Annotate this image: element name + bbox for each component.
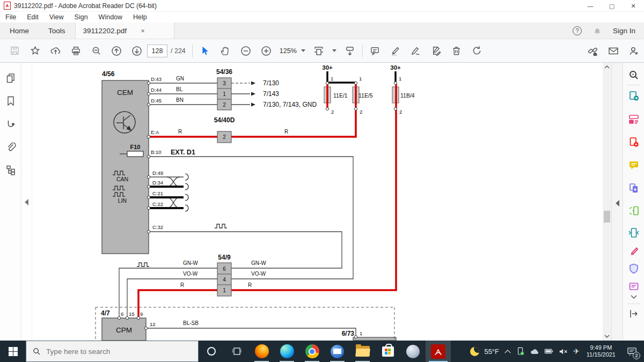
save-icon[interactable]	[4, 42, 25, 60]
search-input[interactable]	[46, 348, 180, 356]
taskbar-edge[interactable]	[274, 341, 299, 362]
pin-label: C:32	[152, 224, 163, 230]
scrolling-mode-icon[interactable]	[340, 42, 360, 60]
fit-width-icon[interactable]	[309, 42, 329, 60]
delete-icon[interactable]	[447, 42, 467, 60]
highlight-tool-icon[interactable]	[385, 42, 406, 60]
pin-label: E:A	[151, 129, 159, 135]
onedrive-cloud-icon[interactable]	[530, 348, 539, 355]
acrobat-icon	[431, 344, 445, 359]
hand-tool-icon[interactable]	[215, 42, 236, 60]
cem-module-box	[102, 80, 149, 254]
zoom-level[interactable]: 125%	[280, 47, 297, 55]
page-thumbnails-icon[interactable]	[5, 72, 17, 84]
tab-document-label: 39112202.pdf	[83, 27, 127, 35]
print-icon[interactable]	[65, 42, 86, 60]
hidden-icons-chevron[interactable]	[504, 349, 511, 354]
taskbar-search[interactable]	[26, 341, 199, 362]
maximize-button[interactable]: ▢	[601, 0, 623, 12]
taskbar-firefox[interactable]	[249, 341, 274, 362]
volume-muted-icon[interactable]	[559, 348, 568, 356]
email-icon[interactable]	[603, 42, 624, 60]
taskbar-app-sphere[interactable]	[400, 341, 426, 362]
taskbar-file-explorer[interactable]	[350, 341, 375, 362]
vertical-scrollbar[interactable]	[603, 63, 611, 341]
organize-pages-icon[interactable]	[627, 204, 641, 217]
action-center-button[interactable]: 2	[623, 341, 641, 362]
fuse-pin: 2	[360, 109, 362, 115]
tab-document[interactable]: 39112202.pdf ×	[75, 23, 174, 39]
rotate-icon[interactable]	[467, 42, 487, 60]
edit-document-icon[interactable]	[426, 42, 447, 60]
fill-sign-icon[interactable]	[627, 245, 641, 257]
cortana-button[interactable]	[199, 341, 224, 362]
weather-moon-icon[interactable]	[470, 347, 479, 356]
create-pdf-icon[interactable]	[627, 136, 641, 149]
protect-icon[interactable]	[627, 262, 641, 275]
menu-help[interactable]: Help	[128, 13, 152, 21]
bookmarks-icon[interactable]	[5, 95, 17, 107]
menu-view[interactable]: View	[44, 13, 69, 21]
next-page-icon[interactable]	[127, 42, 147, 60]
battery-icon[interactable]	[544, 348, 554, 355]
zoom-caret-icon[interactable]	[301, 49, 305, 52]
cem-label: CEM	[117, 88, 133, 97]
tab-home[interactable]: Home	[0, 23, 39, 39]
combine-files-icon[interactable]	[627, 182, 641, 195]
close-button[interactable]: ✕	[623, 0, 644, 12]
device-tray-icon[interactable]	[516, 346, 525, 356]
supply-label: 30+	[322, 64, 333, 71]
compress-pdf-icon[interactable]	[627, 226, 641, 239]
power-wires	[138, 83, 396, 318]
tab-close-icon[interactable]: ×	[141, 27, 145, 35]
menu-edit[interactable]: Edit	[21, 13, 44, 21]
scroll-down-icon[interactable]	[604, 334, 610, 338]
sign-tool-icon[interactable]	[406, 42, 426, 60]
page-number-input[interactable]	[147, 45, 167, 57]
scrollbar-thumb[interactable]	[604, 211, 610, 223]
favorite-star-icon[interactable]	[25, 42, 45, 60]
minimize-button[interactable]: —	[580, 0, 601, 12]
select-tool-icon[interactable]	[195, 42, 215, 60]
taskbar-clock[interactable]: 9:49 PM 11/15/2021	[587, 344, 616, 359]
sign-in-button[interactable]: Sign In	[613, 27, 635, 35]
chevron-down-icon[interactable]	[627, 293, 641, 300]
more-tools-icon[interactable]	[627, 280, 641, 293]
search-tools-icon[interactable]	[627, 69, 641, 82]
taskbar-chrome[interactable]	[299, 341, 325, 362]
temperature[interactable]: 55°F	[484, 348, 499, 356]
comment-tool-icon[interactable]	[365, 42, 385, 60]
collapse-left-pane-icon[interactable]	[25, 199, 28, 205]
expand-tools-panel-icon[interactable]	[616, 200, 619, 206]
start-button[interactable]	[0, 341, 26, 362]
notifications-bell-icon[interactable]	[592, 26, 602, 35]
model-tree-icon[interactable]	[5, 164, 17, 176]
fit-caret-icon[interactable]	[332, 49, 336, 52]
share-link-icon[interactable]	[583, 42, 603, 60]
taskbar-store[interactable]	[375, 341, 400, 362]
taskbar-acrobat[interactable]	[426, 341, 451, 362]
task-view-button[interactable]	[224, 341, 249, 362]
help-icon[interactable]: ?	[573, 26, 582, 35]
menu-file[interactable]: File	[0, 13, 21, 21]
menu-window[interactable]: Window	[93, 13, 128, 21]
menu-sign[interactable]: Sign	[69, 13, 93, 21]
open-tools-panel-icon[interactable]	[627, 307, 641, 320]
comment-icon[interactable]	[627, 159, 641, 172]
account-avatar-icon[interactable]	[624, 42, 644, 60]
airplane-network-icon[interactable]: ✈	[573, 347, 580, 356]
scroll-up-icon[interactable]	[604, 65, 610, 69]
attachments-icon[interactable]	[5, 141, 17, 153]
edit-pdf-icon[interactable]	[627, 113, 641, 125]
export-pdf-icon[interactable]	[627, 90, 641, 102]
tab-tools[interactable]: Tools	[39, 23, 75, 39]
find-icon[interactable]	[86, 42, 106, 60]
previous-page-icon[interactable]	[106, 42, 127, 60]
zoom-out-icon[interactable]	[236, 42, 256, 60]
taskbar-mail[interactable]	[325, 341, 350, 362]
zoom-in-icon[interactable]	[256, 42, 276, 60]
destinations-icon[interactable]	[5, 118, 17, 130]
pin-label: D:45	[151, 98, 162, 104]
share-upload-icon[interactable]	[45, 42, 65, 60]
wiring-diagram: 4/56 CEM F10 CAN LIN D:43 D:44 D:45 E:A …	[32, 63, 603, 341]
